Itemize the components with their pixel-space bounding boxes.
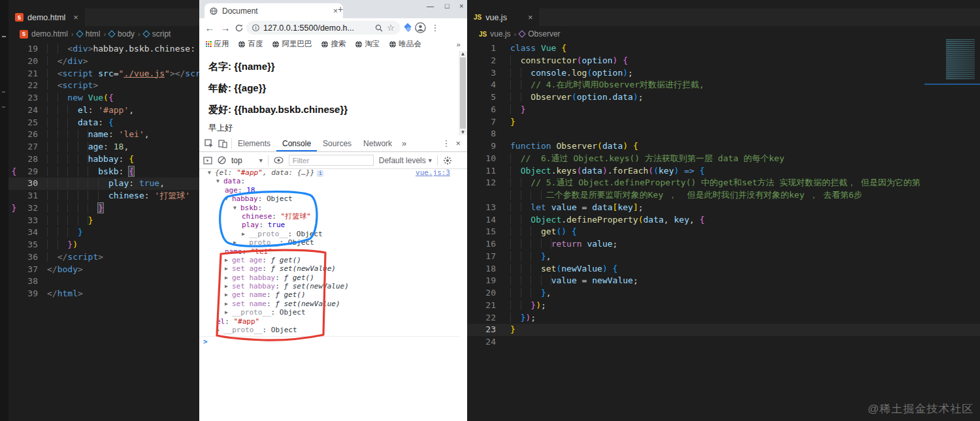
code-line[interactable]: 6 } <box>467 104 980 116</box>
code-line[interactable]: 14 Object.defineProperty(data, key, { <box>467 214 980 226</box>
code-line[interactable]: 24 <box>467 336 980 349</box>
code-line[interactable]: 38 <box>8 275 199 288</box>
tab-close-icon[interactable]: × <box>333 7 338 16</box>
code-line[interactable]: 24 el: '#app', <box>8 104 199 117</box>
code-line[interactable]: }32 } <box>8 202 199 215</box>
code-line[interactable]: 12 // 5.通过 Object.defineProperty() 中的get… <box>467 177 980 189</box>
code-line[interactable]: 19 <div>habbay.bskb.chinese: <box>8 43 199 55</box>
code-line[interactable]: 10 // 6.通过 Object.keys() 方法获取到第一层 data 的… <box>467 153 980 165</box>
disclosure-arrow-icon[interactable]: ▶ <box>216 326 223 334</box>
devtools-tab-network[interactable]: Network <box>357 135 398 151</box>
tab-demo-html[interactable]: 5 demo.html × <box>8 8 85 26</box>
console-entry[interactable]: el: "#app" <box>199 317 459 326</box>
code-line[interactable]: 22 }); <box>467 312 980 324</box>
devtools-tab-console[interactable]: Console <box>276 135 317 151</box>
code-line[interactable]: 16 return value; <box>467 238 980 251</box>
bookmarks-overflow-icon[interactable]: » <box>457 40 461 48</box>
console-entry[interactable]: ▶set name: ƒ set(newValue) <box>199 300 459 308</box>
code-line[interactable]: 21 <script src="./vue.js"></scr <box>8 68 199 80</box>
new-tab-button[interactable]: + <box>338 4 343 14</box>
code-line[interactable]: 22 <script> <box>8 80 199 92</box>
disclosure-arrow-icon[interactable]: ▼ <box>216 177 223 185</box>
code-line[interactable]: 17 }, <box>467 251 980 263</box>
disclosure-arrow-icon[interactable]: ▼ <box>225 195 232 203</box>
code-line[interactable]: 3 console.log(option); <box>467 67 980 80</box>
bookmark-star-icon[interactable]: ☆ <box>387 23 395 33</box>
console-entry[interactable]: ▼data: <box>199 177 459 185</box>
scroll-thumb[interactable] <box>460 57 466 129</box>
bookmark-item[interactable]: 阿里巴巴 <box>272 39 312 49</box>
bookmark-item[interactable]: 唯品会 <box>389 39 422 49</box>
code-line[interactable]: 4 // 4.在此时调用Observer对数据进行拦截, <box>467 79 980 91</box>
tab-vue-js[interactable]: JS vue.js × <box>467 8 539 26</box>
disclosure-arrow-icon[interactable]: ▶ <box>225 290 232 299</box>
address-bar[interactable]: 127.0.0.1:5500/demo.h... ☆ <box>246 21 400 35</box>
disclosure-arrow-icon[interactable]: ▶ <box>233 238 240 247</box>
code-line[interactable]: 26 name: 'lei', <box>8 129 199 141</box>
console-entry[interactable]: chinese: "打篮球" <box>199 212 459 221</box>
console-entry[interactable]: ▼{el: "#app", data: {…}}ivue.js:3 <box>199 168 459 177</box>
code-line[interactable]: 7} <box>467 116 980 129</box>
breadcrumb-item[interactable]: script <box>144 29 171 39</box>
devtools-tab-elements[interactable]: Elements <box>232 135 276 151</box>
code-line[interactable]: 23 new Vue({ <box>8 92 199 104</box>
console-source-link[interactable]: vue.js:3 <box>416 168 450 177</box>
devtools-menu-icon[interactable]: ⋮ <box>436 138 455 148</box>
minimap[interactable] <box>946 39 975 80</box>
disclosure-arrow-icon[interactable]: ▶ <box>225 282 232 290</box>
code-line[interactable]: 1class Vue { <box>467 42 980 55</box>
disclosure-arrow-icon[interactable]: ▶ <box>225 256 232 264</box>
console-sidebar-icon[interactable] <box>203 157 212 164</box>
context-selector[interactable]: top▾ <box>231 156 263 165</box>
code-line[interactable]: 8 <box>467 128 980 140</box>
disclosure-arrow-icon[interactable]: ▶ <box>225 273 232 282</box>
code-line[interactable]: 21 }); <box>467 300 980 312</box>
console-filter-input[interactable] <box>289 155 374 166</box>
code-line[interactable]: 19 value = newValue; <box>467 275 980 287</box>
disclosure-arrow-icon[interactable]: ▶ <box>242 230 249 238</box>
apps-shortcut[interactable]: 应用 <box>206 39 229 49</box>
code-line[interactable]: {29 bskb: { <box>8 166 199 178</box>
forward-button[interactable]: → <box>219 22 232 33</box>
code-line[interactable]: 25 data: { <box>8 117 199 129</box>
console-entry[interactable]: ▶__proto__: Object <box>199 326 459 334</box>
tab-close-icon[interactable]: × <box>528 12 533 22</box>
console-entry[interactable]: ▼bskb: <box>199 204 459 212</box>
code-line[interactable]: 9function Observer(data) { <box>467 140 980 153</box>
code-line[interactable]: 20 </div> <box>8 55 199 68</box>
clear-console-icon[interactable] <box>218 156 226 164</box>
profile-avatar-icon[interactable] <box>415 22 426 33</box>
breadcrumb-item[interactable]: Observer <box>519 29 560 39</box>
code-area-vue-js[interactable]: 1class Vue {2 constructor(option) {3 con… <box>467 42 980 349</box>
inspect-icon[interactable] <box>204 139 214 148</box>
code-line[interactable]: 33 } <box>8 215 199 227</box>
more-tabs-icon[interactable]: » <box>398 138 410 148</box>
code-line[interactable]: 37</body> <box>8 264 199 276</box>
log-levels-dropdown[interactable]: Default levels▾ <box>379 156 432 165</box>
disclosure-arrow-icon[interactable]: ▶ <box>225 308 232 317</box>
breadcrumb-item[interactable]: 5demo.html <box>20 29 68 39</box>
bookmark-item[interactable]: 百度 <box>238 39 263 49</box>
console-entry[interactable]: play: true <box>199 221 459 229</box>
code-line[interactable]: 二个参数是所要监听对象的Key ， 但是此时我们并没有对象的key ， 去看第6… <box>467 189 980 202</box>
console-entry[interactable]: ▶set age: ƒ set(newValue) <box>199 264 459 273</box>
bookmark-item[interactable]: 淘宝 <box>355 39 380 49</box>
breadcrumb[interactable]: JSvue.js›Observer <box>479 27 561 40</box>
breadcrumb[interactable]: 5demo.html›html›body›script <box>20 27 171 40</box>
close-button[interactable]: × <box>459 2 463 10</box>
breadcrumb-item[interactable]: html <box>77 29 101 39</box>
console-entry[interactable]: ▶get habbay: ƒ get() <box>199 273 459 282</box>
code-line[interactable]: 31 chinese: '打篮球' <box>8 190 199 202</box>
bookmark-item[interactable]: 搜索 <box>321 39 346 49</box>
code-line[interactable]: 23} <box>467 324 980 336</box>
zoom-icon[interactable] <box>375 24 383 32</box>
scroll-down-icon[interactable]: ▼ <box>461 129 466 135</box>
code-line[interactable]: 13 let value = data[key]; <box>467 202 980 214</box>
minimize-button[interactable]: — <box>427 2 434 10</box>
devtools-tab-sources[interactable]: Sources <box>317 135 357 151</box>
console-entry[interactable]: ▼habbay: Object <box>199 195 459 203</box>
breadcrumb-item[interactable]: body <box>109 29 135 39</box>
url-text[interactable]: 127.0.0.1:5500/demo.h... <box>263 23 371 33</box>
console-entry[interactable]: ▶get name: ƒ get() <box>199 290 459 299</box>
reload-button[interactable] <box>235 23 244 33</box>
